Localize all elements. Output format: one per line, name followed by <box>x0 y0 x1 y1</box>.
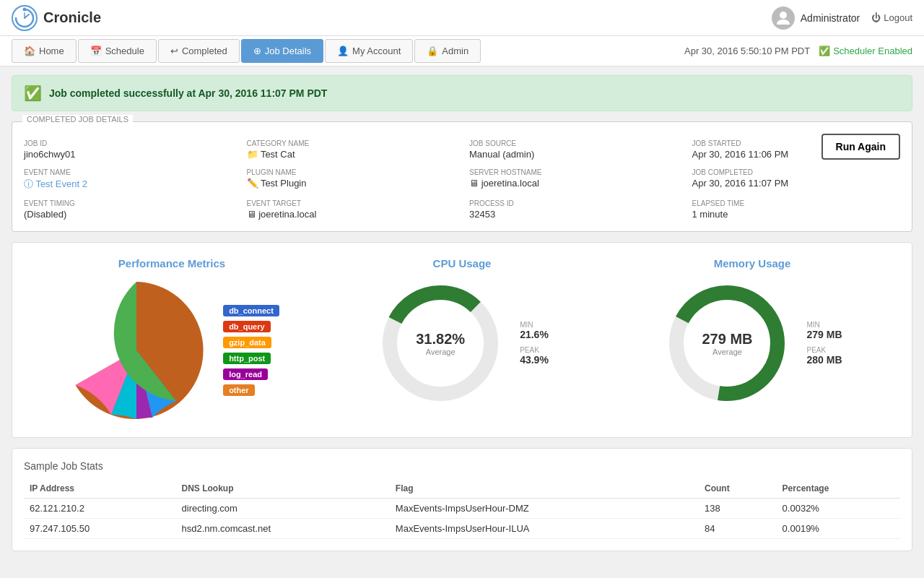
admin-user: Administrator <box>772 7 860 30</box>
tab-schedule[interactable]: 📅 Schedule <box>78 39 157 63</box>
pie-legend: db_connect db_query gzip_data http_post … <box>223 305 279 396</box>
nav-bar: 🏠 Home 📅 Schedule ↩ Completed ⊕ Job Deta… <box>0 36 924 66</box>
stats-title: Sample Job Stats <box>24 460 900 472</box>
admin-icon: 🔒 <box>427 46 438 56</box>
cpu-stats: MIN 21.6% PEAK 43.9% <box>520 321 549 366</box>
success-icon: ✅ <box>24 85 42 102</box>
sample-stats-section: Sample Job Stats IP Address DNS Lookup F… <box>12 448 912 551</box>
tab-my-account[interactable]: 👤 My Account <box>325 39 413 63</box>
job-grid: JOB ID jino6chwy01 CATEGORY NAME 📁 Test … <box>24 139 900 220</box>
logout-button[interactable]: ⏻ Logout <box>871 12 912 23</box>
field-plugin-name: PLUGIN NAME ✏️ Test Plugin <box>247 168 456 191</box>
cell-pct: 0.0032% <box>777 499 900 519</box>
field-category-name: CATEGORY NAME 📁 Test Cat <box>247 139 456 160</box>
field-process-id: PROCESS ID 32453 <box>469 199 678 220</box>
cronicle-logo-icon <box>12 5 38 31</box>
pie-container: db_connect db_query gzip_data http_post … <box>64 278 279 423</box>
tab-job-details[interactable]: ⊕ Job Details <box>241 39 323 63</box>
col-count: Count <box>699 479 777 499</box>
app-name: Cronicle <box>43 9 101 26</box>
metrics-row: Performance Metrics <box>12 242 912 438</box>
pie-chart-title: Performance Metrics <box>118 257 225 269</box>
field-elapsed-time: ELAPSED TIME 1 minute <box>692 199 901 220</box>
cpu-donut-wrapper: 31.82% Average <box>375 278 505 408</box>
svg-point-1 <box>23 7 27 11</box>
field-job-id: JOB ID jino6chwy01 <box>24 139 232 160</box>
field-job-completed: JOB COMPLETED Apr 30, 2016 11:07 PM <box>692 168 901 191</box>
table-row: 62.121.210.2 directing.com MaxEvents-Imp… <box>24 499 900 519</box>
datetime: Apr 30, 2016 5:50:10 PM PDT <box>684 46 810 56</box>
field-event-target: EVENT TARGET 🖥 joeretina.local <box>247 199 456 220</box>
job-details-box: Completed Job Details Run Again JOB ID j… <box>12 121 912 232</box>
app-header: Cronicle Administrator ⏻ Logout <box>0 0 924 36</box>
performance-metrics-section: Performance Metrics <box>27 257 317 423</box>
admin-name: Administrator <box>801 12 860 24</box>
legend-db-query: db_query <box>223 321 279 332</box>
run-again-button[interactable]: Run Again <box>821 134 900 160</box>
legend-http-post: http_post <box>223 353 279 364</box>
col-flag: Flag <box>390 479 699 499</box>
legend-other: other <box>223 384 279 396</box>
power-icon: ⏻ <box>871 12 881 23</box>
stats-table-body: 62.121.210.2 directing.com MaxEvents-Imp… <box>24 499 900 539</box>
cell-flag: MaxEvents-ImpsUserHour-ILUA <box>390 519 699 539</box>
cpu-donut-container: 31.82% Average MIN 21.6% PEAK 43.9% <box>375 278 549 408</box>
cpu-min: MIN 21.6% <box>520 321 549 340</box>
field-event-timing: EVENT TIMING (Disabled) <box>24 199 232 220</box>
event-name-link[interactable]: ⓘ Test Event 2 <box>24 178 87 189</box>
cell-count: 138 <box>699 499 777 519</box>
box-title: Completed Job Details <box>22 115 133 124</box>
plugin-icon: ✏️ <box>247 178 258 189</box>
check-icon: ✅ <box>819 46 830 56</box>
cpu-title: CPU Usage <box>433 257 492 269</box>
memory-usage-section: Memory Usage 279 MB Average MIN <box>607 257 897 408</box>
header-right: Administrator ⏻ Logout <box>772 7 912 30</box>
my-account-icon: 👤 <box>337 46 349 56</box>
legend-log-read: log_read <box>223 368 279 380</box>
info-icon: ⓘ <box>24 178 33 189</box>
app-logo: Cronicle <box>12 5 101 31</box>
pie-chart-svg <box>64 278 209 423</box>
tab-admin[interactable]: 🔒 Admin <box>414 39 481 63</box>
field-event-name: EVENT NAME ⓘ Test Event 2 <box>24 168 232 191</box>
svg-line-2 <box>25 14 29 18</box>
memory-donut-container: 279 MB Average MIN 279 MB PEAK 280 MB <box>662 278 842 408</box>
col-ip: IP Address <box>24 479 176 499</box>
memory-peak: PEAK 280 MB <box>806 346 842 366</box>
home-icon: 🏠 <box>24 46 35 56</box>
success-banner: ✅ Job completed successfully at Apr 30, … <box>12 75 912 111</box>
col-dns: DNS Lookup <box>176 479 390 499</box>
job-details-icon: ⊕ <box>253 46 261 56</box>
cell-flag: MaxEvents-ImpsUserHour-DMZ <box>390 499 699 519</box>
folder-icon: 📁 <box>247 149 258 160</box>
avatar <box>772 7 795 30</box>
cpu-center-label: 31.82% Average <box>416 331 465 356</box>
cell-ip: 62.121.210.2 <box>24 499 176 519</box>
stats-table-head: IP Address DNS Lookup Flag Count Percent… <box>24 479 900 499</box>
main-content: ✅ Job completed successfully at Apr 30, … <box>0 66 924 560</box>
nav-tabs: 🏠 Home 📅 Schedule ↩ Completed ⊕ Job Deta… <box>12 39 481 63</box>
cpu-usage-section: CPU Usage 31.82% Average <box>317 257 607 408</box>
col-pct: Percentage <box>777 479 900 499</box>
cpu-peak: PEAK 43.9% <box>520 346 549 366</box>
tab-completed[interactable]: ↩ Completed <box>158 39 240 63</box>
nav-right: Apr 30, 2016 5:50:10 PM PDT ✅ Scheduler … <box>684 46 912 56</box>
field-job-source: JOB SOURCE Manual (admin) <box>469 139 678 160</box>
cell-count: 84 <box>699 519 777 539</box>
target-icon: 🖥 <box>247 209 256 220</box>
table-row: 97.247.105.50 hsd2.nm.comcast.net MaxEve… <box>24 519 900 539</box>
cell-dns: directing.com <box>176 499 390 519</box>
scheduler-status: ✅ Scheduler Enabled <box>819 46 912 56</box>
memory-min: MIN 279 MB <box>806 321 842 340</box>
svg-point-4 <box>780 12 787 19</box>
legend-db-connect: db_connect <box>223 305 279 316</box>
cell-dns: hsd2.nm.comcast.net <box>176 519 390 539</box>
stats-header-row: IP Address DNS Lookup Flag Count Percent… <box>24 479 900 499</box>
server-icon: 🖥 <box>469 178 479 189</box>
legend-gzip-data: gzip_data <box>223 337 279 348</box>
cell-pct: 0.0019% <box>777 519 900 539</box>
memory-stats: MIN 279 MB PEAK 280 MB <box>806 321 842 366</box>
tab-home[interactable]: 🏠 Home <box>12 39 77 63</box>
success-message: Job completed successfully at Apr 30, 20… <box>49 87 327 99</box>
completed-icon: ↩ <box>170 46 178 56</box>
